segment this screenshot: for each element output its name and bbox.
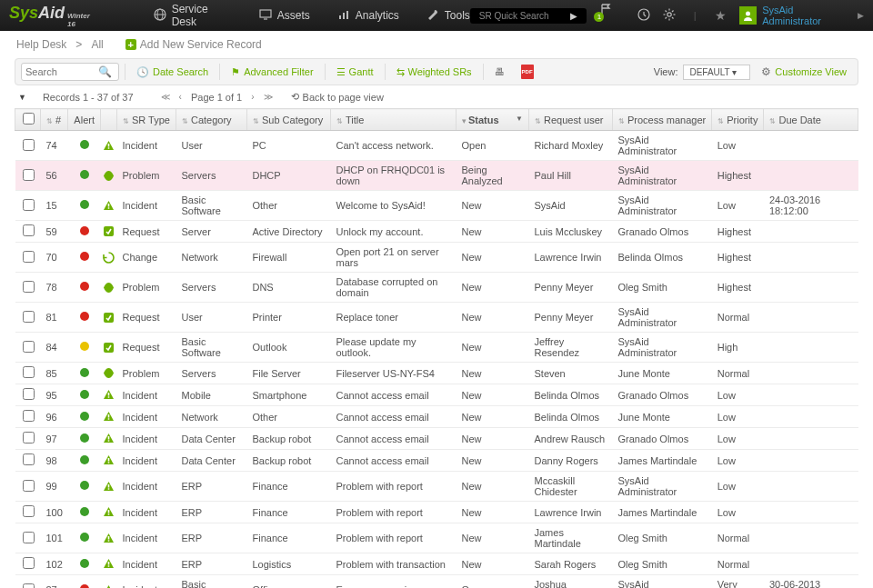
incident-icon <box>103 533 115 544</box>
table-row[interactable]: 101IncidentERPFinanceProblem with report… <box>15 523 858 553</box>
quick-search[interactable]: SR Quick Search ▶ <box>470 8 587 24</box>
view-select[interactable]: DEFAULT ▾ <box>683 65 750 80</box>
row-checkbox[interactable] <box>23 311 35 323</box>
prev-page[interactable]: ‹ <box>179 92 182 102</box>
row-checkbox[interactable] <box>23 224 35 236</box>
table-row[interactable]: 85ProblemServersFile ServerFileserver US… <box>15 363 858 384</box>
row-checkbox[interactable] <box>23 453 35 465</box>
row-checkbox[interactable] <box>23 169 35 181</box>
row-checkbox[interactable] <box>23 341 35 353</box>
col-due-date[interactable]: Due Date <box>778 115 820 125</box>
row-checkbox[interactable] <box>23 199 35 211</box>
table-row[interactable]: 84RequestBasic SoftwareOutlookPlease upd… <box>15 333 858 363</box>
row-checkbox[interactable] <box>23 583 35 589</box>
table-row[interactable]: 96IncidentNetworkOtherCannot access emai… <box>15 406 858 428</box>
row-checkbox[interactable] <box>23 388 35 400</box>
flag-icon[interactable]: 1 <box>599 3 624 29</box>
weight-icon: ⇆ <box>396 66 405 78</box>
cell-due-date <box>764 502 858 523</box>
cell-priority: Highest <box>712 273 764 303</box>
star-icon[interactable]: ★ <box>715 8 727 23</box>
advanced-filter-button[interactable]: ⚑ Advanced Filter <box>226 65 318 80</box>
cell-request-user: Belinda Olmos <box>528 406 612 428</box>
filter-icon[interactable]: ▾ <box>462 116 467 125</box>
col-title[interactable]: Title <box>346 115 364 125</box>
table-row[interactable]: 15IncidentBasic SoftwareOtherWelcome to … <box>15 191 858 221</box>
col-alert[interactable]: Alert <box>74 115 95 125</box>
cell-sub-category: PC <box>246 131 330 161</box>
nav-assets[interactable]: Assets <box>259 8 310 24</box>
cell-priority: Normal <box>712 363 764 384</box>
cell-request-user: Belinda Olmos <box>528 384 612 406</box>
cell-request-user: Jeffrey Resendez <box>528 333 612 363</box>
collapse-icon[interactable]: ▼ <box>18 93 26 102</box>
col-sr-type[interactable]: SR Type <box>132 115 170 125</box>
cell-status: New <box>456 363 528 384</box>
logo-edition: Winter 16 <box>67 12 99 28</box>
logo[interactable]: SysAid Winter 16 <box>9 4 99 28</box>
col-priority[interactable]: Priority <box>727 115 758 125</box>
gantt-button[interactable]: ☰ Gantt <box>331 65 379 80</box>
table-row[interactable]: 98IncidentData CenterBackup robotCannot … <box>15 450 858 472</box>
table-row[interactable]: 78ProblemServersDNSDatabase corrupted on… <box>15 273 858 303</box>
cell-process-manager: June Monte <box>612 406 711 428</box>
table-row[interactable]: 99IncidentERPFinanceProblem with reportN… <box>15 472 858 502</box>
table-row[interactable]: 56ProblemServersDHCPDHCP on FRHQDC01 is … <box>15 161 858 191</box>
search-icon[interactable]: 🔍 <box>98 65 112 78</box>
add-new-record[interactable]: + Add New Service Record <box>125 38 262 51</box>
col-category[interactable]: Category <box>191 115 232 125</box>
cell-priority: Normal <box>712 553 764 575</box>
col-sub-category[interactable]: Sub Category <box>262 115 323 125</box>
row-checkbox[interactable] <box>23 251 35 263</box>
customize-view-button[interactable]: ⚙ Customize View <box>756 64 852 80</box>
row-checkbox[interactable] <box>23 281 35 293</box>
row-checkbox[interactable] <box>23 480 35 492</box>
table-row[interactable]: 97IncidentData CenterBackup robotCannot … <box>15 428 858 450</box>
gear-icon[interactable] <box>663 8 676 23</box>
row-checkbox[interactable] <box>23 139 35 151</box>
nav-service-desk[interactable]: Service Desk <box>154 3 232 28</box>
back-to-page-view[interactable]: ⟲ Back to page view <box>291 91 384 103</box>
table-row[interactable]: 81RequestUserPrinterReplace tonerNewPenn… <box>15 303 858 333</box>
table-row[interactable]: 74IncidentUserPCCan't access network.Ope… <box>15 131 858 161</box>
row-checkbox[interactable] <box>23 366 35 378</box>
user-menu[interactable]: SysAid Administrator ▶ <box>739 5 864 26</box>
cell-sr-type: Incident <box>116 575 176 589</box>
row-checkbox[interactable] <box>23 432 35 443</box>
weighted-srs-button[interactable]: ⇆ Weighted SRs <box>391 65 477 80</box>
crumb-help-desk[interactable]: Help Desk <box>16 38 66 51</box>
select-all-checkbox[interactable] <box>23 113 35 125</box>
back-label: Back to page view <box>303 92 384 103</box>
col-request-user[interactable]: Request user <box>544 115 603 125</box>
row-checkbox[interactable] <box>23 410 35 422</box>
search-box[interactable]: 🔍 <box>21 63 119 81</box>
print-button[interactable]: 🖶 <box>489 65 510 79</box>
clock-icon[interactable] <box>637 8 650 23</box>
last-page[interactable]: ≫ <box>264 92 273 102</box>
row-checkbox[interactable] <box>23 557 35 569</box>
table-row[interactable]: 27IncidentBasic SoftwareOfficeError mess… <box>15 575 858 589</box>
cell-sr-type: Incident <box>116 450 176 472</box>
table-row[interactable]: 102IncidentERPLogisticsProblem with tran… <box>15 553 858 575</box>
pdf-button[interactable]: PDF <box>516 63 539 81</box>
cell-status: New <box>456 243 528 273</box>
col-num[interactable]: # <box>55 115 61 125</box>
table-row[interactable]: 100IncidentERPFinanceProblem with report… <box>15 502 858 523</box>
table-row[interactable]: 59RequestServerActive DirectoryUnlock my… <box>15 221 858 243</box>
nav-analytics[interactable]: Analytics <box>337 8 399 24</box>
nav-tools[interactable]: Tools <box>426 8 470 24</box>
next-page[interactable]: › <box>251 92 254 102</box>
row-checkbox[interactable] <box>23 532 35 543</box>
crumb-all[interactable]: All <box>91 38 103 51</box>
cell-sr-type: Request <box>116 221 176 243</box>
table-row[interactable]: 70ChangeNetworkFirewallOpen port 21 on s… <box>15 243 858 273</box>
cell-status: New <box>456 428 528 450</box>
search-input[interactable] <box>25 66 98 77</box>
first-page[interactable]: ≪ <box>161 92 170 102</box>
row-checkbox[interactable] <box>23 505 35 517</box>
cell-status: New <box>456 191 528 221</box>
table-row[interactable]: 95IncidentMobileSmartphoneCannot access … <box>15 384 858 406</box>
col-process-manager[interactable]: Process manager <box>627 115 706 125</box>
col-status[interactable]: Status <box>468 115 499 125</box>
date-search-button[interactable]: 🕓 Date Search <box>131 65 214 80</box>
